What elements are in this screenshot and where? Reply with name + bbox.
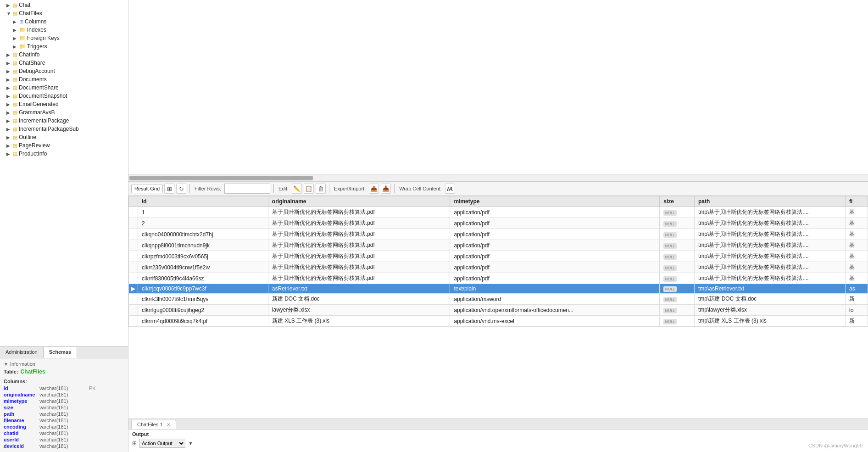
- sidebar-item-label-incrementalpackagesub: IncrementalPackageSub: [19, 126, 79, 132]
- info-col-size: size varchar(181): [4, 404, 124, 411]
- horizontal-scrollbar[interactable]: [128, 174, 868, 182]
- table-row[interactable]: clkrrif830005ti9c4l4a66sz基于贝叶斯优化的无标签网络剪枝…: [129, 273, 868, 284]
- col-header-mimetype[interactable]: mimetype: [450, 196, 660, 207]
- row-marker: [129, 294, 138, 305]
- sidebar-item-chat[interactable]: ▶ ▦ Chat: [0, 1, 128, 9]
- table-row[interactable]: ▶clkrrjcqv0006ti9c9pp7wc3fasRetriever.tx…: [129, 284, 868, 294]
- edit-icon[interactable]: ✏️: [292, 184, 302, 194]
- export-icon[interactable]: 📤: [369, 184, 379, 194]
- cell-originalname: 基于贝叶斯优化的无标签网络剪枝算法.pdf: [268, 229, 450, 240]
- tree-arrow-productinfo: ▶: [6, 151, 13, 156]
- sidebar-item-columns[interactable]: ▶ ⊞ Columns: [0, 17, 128, 26]
- table-icon-documentshare: ▦: [13, 85, 17, 91]
- sidebar-item-documentshare[interactable]: ▶ ▦ DocumentShare: [0, 84, 128, 92]
- sidebar-item-debugaccount[interactable]: ▶ ▦ DebugAccount: [0, 67, 128, 75]
- folder-icon-foreignkeys: 📁: [19, 35, 26, 41]
- table-row[interactable]: clkqnpp8i0001timcnnudn9jk基于贝叶斯优化的无标签网络剪枝…: [129, 240, 868, 251]
- cell-mimetype: application/vnd.ms-excel: [450, 316, 660, 327]
- cell-size: NULL: [660, 229, 695, 240]
- sidebar-item-triggers[interactable]: ▶ 📁 Triggers: [0, 42, 128, 50]
- row-marker: [129, 305, 138, 316]
- sidebar-item-documents[interactable]: ▶ ▦ Documents: [0, 75, 128, 84]
- sidebar-item-outline[interactable]: ▶ ▦ Outline: [0, 133, 128, 141]
- row-marker: [129, 273, 138, 284]
- table-row[interactable]: clkrrm4qd0009ti9cxq7k4tpf新建 XLS 工作表 (3).…: [129, 316, 868, 327]
- sidebar-item-label-documents: Documents: [19, 76, 47, 83]
- sidebar-item-label-outline: Outline: [19, 134, 36, 140]
- tree-arrow-foreignkeys: ▶: [13, 36, 19, 41]
- table-icon-outline: ▦: [13, 134, 17, 140]
- tab-chatfiles-1[interactable]: ChatFiles 1 ✕: [131, 420, 176, 429]
- result-grid[interactable]: id originalname mimetype size path fi 1基…: [128, 196, 868, 419]
- cell-fi: 基: [846, 240, 868, 251]
- cell-path: tmp\基于贝叶斯优化的无标签网络剪枝算法....: [694, 262, 845, 273]
- table-row[interactable]: clkqno04000000timcbtx2d7hj基于贝叶斯优化的无标签网络剪…: [129, 229, 868, 240]
- cell-id: clkrrlgug0008ti9cujihgeg2: [138, 305, 268, 316]
- edit-delete-icon[interactable]: 🗑: [316, 184, 326, 194]
- filter-rows-input[interactable]: [224, 184, 270, 194]
- table-icon-documentsnapshot: ▦: [13, 93, 17, 99]
- tab-schemas[interactable]: Schemas: [44, 347, 77, 358]
- sidebar-item-label-chatshare: ChatShare: [19, 60, 45, 66]
- result-grid-button[interactable]: Result Grid: [131, 184, 163, 193]
- cell-size: NULL: [660, 251, 695, 262]
- sidebar-item-chatshare[interactable]: ▶ ▦ ChatShare: [0, 59, 128, 67]
- main-top-area: [128, 0, 868, 174]
- cell-mimetype: application/pdf: [450, 273, 660, 284]
- tab-administration[interactable]: Administration: [0, 347, 44, 358]
- row-marker: [129, 229, 138, 240]
- tree-arrow-documentshare: ▶: [6, 85, 13, 90]
- sidebar-item-chatfiles[interactable]: ▼ ▦ ChatFiles: [0, 9, 128, 17]
- table-row[interactable]: clkrrk3lh0007ti9c1hmn5qyv新建 DOC 文档.docap…: [129, 294, 868, 305]
- sidebar-item-grammaravsb[interactable]: ▶ ▦ GrammarAvsB: [0, 108, 128, 117]
- col-header-originalname[interactable]: originalname: [268, 196, 450, 207]
- cell-fi: 基: [846, 218, 868, 229]
- table-icon-chatfiles: ▦: [13, 11, 17, 17]
- toolbar-result-grid: Result Grid ⊞: [131, 184, 174, 194]
- sidebar-item-emailgenerated[interactable]: ▶ ▦ EmailGenerated: [0, 100, 128, 108]
- grid-view-icon[interactable]: ⊞: [164, 184, 174, 194]
- tree-arrow-indexes: ▶: [13, 28, 19, 33]
- sidebar-item-incrementalpackagesub[interactable]: ▶ ▦ IncrementalPackageSub: [0, 125, 128, 133]
- sidebar-item-label-chatfiles: ChatFiles: [19, 10, 42, 17]
- info-col-deviceid: deviceId varchar(181): [4, 443, 124, 449]
- sidebar-item-documentsnapshot[interactable]: ▶ ▦ DocumentSnapshot: [0, 92, 128, 100]
- tree-arrow-debugaccount: ▶: [6, 69, 13, 74]
- sidebar-item-pagereview[interactable]: ▶ ▦ PageReview: [0, 141, 128, 150]
- import-icon[interactable]: 📥: [381, 184, 391, 194]
- table-row[interactable]: clkrr235v0004ti9cnw1f5e2w基于贝叶斯优化的无标签网络剪枝…: [129, 262, 868, 273]
- action-output-select[interactable]: Action Output: [139, 439, 185, 448]
- sidebar-item-productinfo[interactable]: ▶ ▦ ProductInfo: [0, 150, 128, 158]
- col-header-id[interactable]: id: [138, 196, 268, 207]
- scrollbar-thumb[interactable]: [129, 176, 313, 180]
- table-row[interactable]: clkrrlgug0008ti9cujihgeg2lawyer分类.xlsxap…: [129, 305, 868, 316]
- table-icon-debugaccount: ▦: [13, 68, 17, 74]
- wrap-cell-icon[interactable]: IA: [445, 184, 455, 194]
- cell-id: 1: [138, 207, 268, 218]
- info-collapse-btn[interactable]: ▼: [4, 362, 8, 367]
- cell-size: NULL: [660, 240, 695, 251]
- cell-fi: lo: [846, 305, 868, 316]
- sidebar-item-indexes[interactable]: ▶ 📁 Indexes: [0, 26, 128, 34]
- col-header-size[interactable]: size: [660, 196, 695, 207]
- table-row[interactable]: clkrpzfmd0003ti9cx6v0565j基于贝叶斯优化的无标签网络剪枝…: [129, 251, 868, 262]
- main-area: Result Grid ⊞ ↻ Filter Rows: Edit: ✏️ 📋 …: [128, 0, 868, 452]
- sidebar-item-chatinfo[interactable]: ▶ ▦ ChatInfo: [0, 50, 128, 59]
- row-marker: [129, 316, 138, 327]
- col-header-path[interactable]: path: [694, 196, 845, 207]
- cell-id: clkrrk3lh0007ti9c1hmn5qyv: [138, 294, 268, 305]
- sidebar-item-foreignkeys[interactable]: ▶ 📁 Foreign Keys: [0, 34, 128, 42]
- info-collapse-label: Information: [10, 361, 35, 367]
- info-columns-title: Columns:: [4, 379, 124, 384]
- table-row[interactable]: 1基于贝叶斯优化的无标签网络剪枝算法.pdfapplication/pdfNUL…: [129, 207, 868, 218]
- info-panel: ▼ Information Table: ChatFiles Columns: …: [0, 358, 128, 452]
- tab-chatfiles-1-close[interactable]: ✕: [167, 422, 170, 427]
- refresh-icon[interactable]: ↻: [176, 184, 186, 194]
- cell-id: clkrpzfmd0003ti9cx6v0565j: [138, 251, 268, 262]
- col-header-fi[interactable]: fi: [846, 196, 868, 207]
- table-row[interactable]: 2基于贝叶斯优化的无标签网络剪枝算法.pdfapplication/pdfNUL…: [129, 218, 868, 229]
- cell-path: tmp\基于贝叶斯优化的无标签网络剪枝算法....: [694, 207, 845, 218]
- edit-copy-icon[interactable]: 📋: [304, 184, 314, 194]
- sidebar-item-incrementalpackage[interactable]: ▶ ▦ IncrementalPackage: [0, 117, 128, 125]
- cell-size: NULL: [660, 305, 695, 316]
